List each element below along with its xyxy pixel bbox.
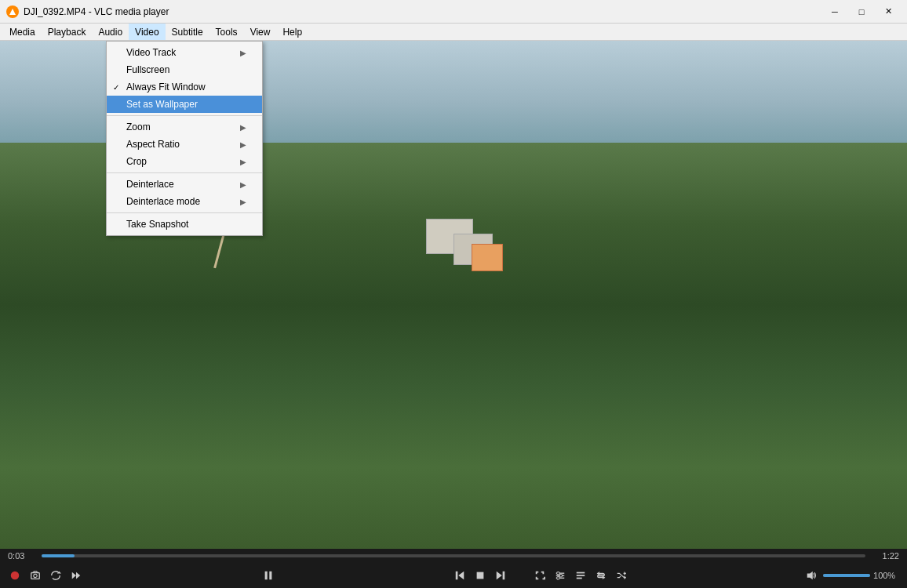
random-button[interactable]: [613, 567, 630, 584]
stop-button[interactable]: [472, 567, 489, 584]
window-title: DJI_0392.MP4 - VLC media player: [24, 6, 822, 17]
current-time: 0:03: [8, 551, 35, 561]
svg-point-17: [557, 572, 560, 575]
svg-marker-0: [9, 9, 16, 15]
separator-2: [107, 172, 262, 173]
menu-item-always-fit[interactable]: ✓ Always Fit Window: [107, 78, 262, 96]
menu-item-take-snapshot[interactable]: Take Snapshot: [107, 216, 262, 233]
svg-rect-13: [503, 572, 505, 580]
svg-rect-2: [31, 573, 40, 579]
total-time: 1:22: [872, 551, 899, 561]
svg-rect-7: [264, 572, 267, 580]
svg-rect-22: [577, 578, 582, 579]
playlist-button[interactable]: [572, 567, 589, 584]
frame-by-frame-button[interactable]: [67, 567, 85, 584]
menu-item-fullscreen[interactable]: Fullscreen: [107, 61, 262, 78]
fullscreen-toggle-button[interactable]: [531, 567, 548, 584]
progress-track[interactable]: [42, 554, 865, 557]
svg-point-19: [557, 577, 560, 580]
svg-rect-11: [477, 572, 484, 579]
prev-button[interactable]: [451, 567, 468, 584]
maximize-button[interactable]: □: [849, 4, 874, 20]
menu-video[interactable]: Video: [129, 24, 165, 40]
svg-marker-9: [459, 572, 464, 580]
menu-item-crop[interactable]: Crop ▶: [107, 153, 262, 170]
volume-icon[interactable]: [803, 567, 820, 584]
menu-audio[interactable]: Audio: [92, 24, 129, 40]
svg-point-1: [11, 572, 20, 580]
check-always-fit: ✓: [113, 83, 119, 92]
svg-marker-12: [497, 572, 502, 580]
loop-button[interactable]: [47, 567, 64, 584]
menu-bar: Media Playback Audio Video Subtitle Tool…: [0, 24, 907, 41]
building-3: [472, 244, 503, 271]
progress-bar-area: 0:03 1:22: [0, 549, 907, 563]
minimize-button[interactable]: ─: [822, 4, 847, 20]
menu-tools[interactable]: Tools: [209, 24, 244, 40]
menu-item-deinterlace[interactable]: Deinterlace ▶: [107, 176, 262, 193]
submenu-arrow-zoom: ▶: [240, 123, 246, 132]
svg-rect-8: [269, 572, 271, 580]
svg-point-3: [34, 574, 37, 577]
submenu-arrow-deinterlace: ▶: [240, 180, 246, 189]
close-button[interactable]: ✕: [876, 4, 901, 20]
separator-3: [107, 212, 262, 213]
volume-label: 100%: [873, 571, 901, 580]
window-controls: ─ □ ✕: [822, 4, 901, 20]
vlc-icon: [6, 5, 19, 18]
submenu-arrow-aspect-ratio: ▶: [240, 140, 246, 149]
video-dropdown-menu: Video Track ▶ Fullscreen ✓ Always Fit Wi…: [106, 41, 263, 236]
controls-row: 100%: [0, 563, 907, 588]
submenu-arrow-crop: ▶: [240, 158, 246, 166]
record-button[interactable]: [6, 567, 24, 584]
menu-help[interactable]: Help: [276, 24, 308, 40]
menu-media[interactable]: Media: [3, 24, 42, 40]
submenu-arrow-video-track: ▶: [240, 49, 246, 57]
player-controls: 0:03 1:22: [0, 549, 907, 588]
svg-rect-21: [577, 575, 585, 576]
submenu-arrow-deinterlace-mode: ▶: [240, 198, 246, 206]
volume-fill: [823, 574, 870, 577]
next-button[interactable]: [492, 567, 509, 584]
pause-button[interactable]: [257, 564, 279, 586]
menu-view[interactable]: View: [244, 24, 277, 40]
svg-rect-10: [456, 572, 458, 580]
menu-item-deinterlace-mode[interactable]: Deinterlace mode ▶: [107, 193, 262, 210]
svg-marker-6: [76, 572, 80, 579]
menu-item-aspect-ratio[interactable]: Aspect Ratio ▶: [107, 136, 262, 153]
separator-1: [107, 115, 262, 116]
menu-item-zoom[interactable]: Zoom ▶: [107, 118, 262, 136]
loop2-button[interactable]: [592, 567, 610, 584]
extended-settings-button[interactable]: [552, 567, 569, 584]
volume-area: 100%: [803, 567, 901, 584]
menu-playback[interactable]: Playback: [42, 24, 93, 40]
svg-marker-5: [72, 572, 76, 579]
svg-rect-20: [577, 572, 585, 574]
volume-track[interactable]: [823, 574, 870, 577]
progress-fill: [42, 554, 75, 557]
svg-point-18: [559, 574, 563, 577]
menu-item-set-wallpaper[interactable]: Set as Wallpaper: [107, 96, 262, 113]
video-area: Video Track ▶ Fullscreen ✓ Always Fit Wi…: [0, 41, 907, 549]
title-bar: DJI_0392.MP4 - VLC media player ─ □ ✕: [0, 0, 907, 24]
menu-subtitle[interactable]: Subtitle: [166, 24, 209, 40]
snapshot-button[interactable]: [27, 567, 44, 584]
menu-item-video-track[interactable]: Video Track ▶: [107, 44, 262, 61]
svg-marker-23: [807, 572, 813, 580]
